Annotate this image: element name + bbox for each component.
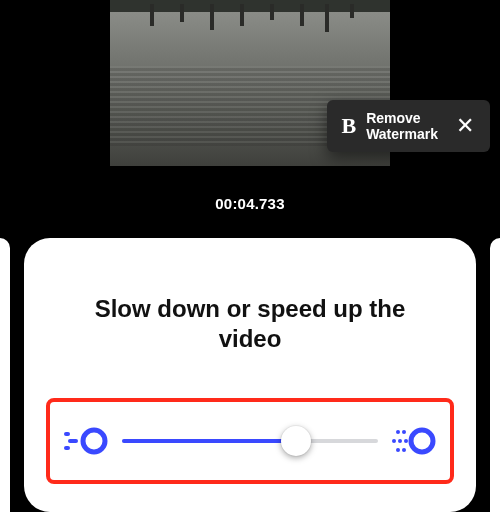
watermark-text: Remove Watermark xyxy=(366,110,438,142)
slow-speed-icon xyxy=(62,424,110,458)
slider-thumb[interactable] xyxy=(281,426,311,456)
svg-rect-1 xyxy=(64,432,70,436)
fast-speed-icon xyxy=(390,424,438,458)
svg-rect-10 xyxy=(396,448,400,452)
svg-rect-8 xyxy=(398,439,402,443)
remove-watermark-banner[interactable]: B Remove Watermark ✕ xyxy=(327,100,490,152)
close-icon[interactable]: ✕ xyxy=(448,115,478,137)
svg-rect-7 xyxy=(392,439,396,443)
svg-point-4 xyxy=(411,430,433,452)
svg-rect-5 xyxy=(396,430,400,434)
app-stage: B Remove Watermark ✕ 00:04.733 Slow down… xyxy=(0,0,500,512)
svg-rect-9 xyxy=(404,439,408,443)
speed-slider[interactable] xyxy=(122,427,378,455)
svg-rect-2 xyxy=(68,439,78,443)
panel-title: Slow down or speed up the video xyxy=(80,294,420,354)
speed-slider-highlight xyxy=(46,398,454,484)
svg-point-0 xyxy=(83,430,105,452)
svg-rect-3 xyxy=(64,446,70,450)
brand-logo-icon: B xyxy=(341,113,356,139)
slider-track-fill xyxy=(122,439,296,443)
svg-rect-11 xyxy=(402,448,406,452)
prev-card-peek[interactable] xyxy=(0,238,10,512)
next-card-peek[interactable] xyxy=(490,238,500,512)
svg-rect-6 xyxy=(402,430,406,434)
speed-panel: Slow down or speed up the video xyxy=(24,238,476,512)
video-timestamp: 00:04.733 xyxy=(0,195,500,212)
